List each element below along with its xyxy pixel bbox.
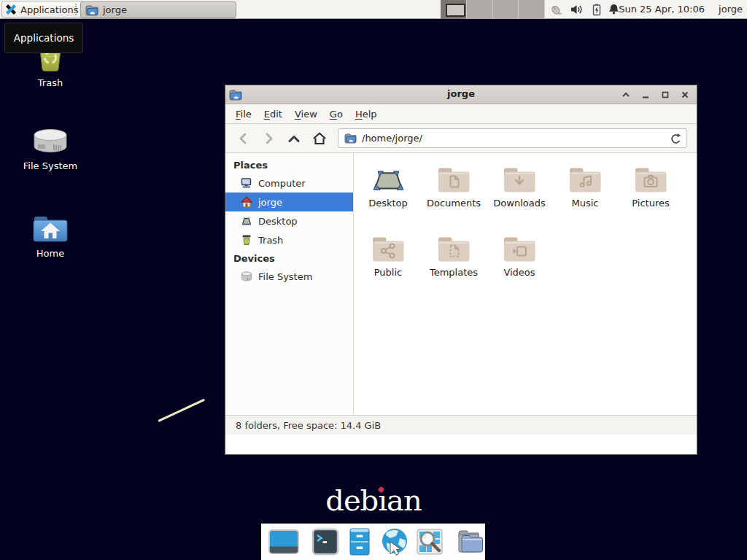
home-folder-icon — [31, 213, 69, 244]
menu-edit[interactable]: Edit — [264, 109, 282, 120]
workspace-3[interactable] — [493, 0, 519, 19]
file-label: Public — [374, 267, 402, 278]
sidebar-item-jorge[interactable]: jorge — [225, 192, 353, 211]
path-bar[interactable]: /home/jorge/ — [338, 128, 687, 148]
workspace-2[interactable] — [467, 0, 493, 19]
file-label: Videos — [503, 267, 535, 278]
forward-button[interactable] — [262, 131, 276, 146]
sidebar-item-label: jorge — [258, 197, 282, 208]
folder-public-icon — [371, 234, 406, 263]
path-value[interactable]: /home/jorge/ — [362, 133, 664, 144]
xfce-applications-icon — [5, 4, 17, 15]
computer-icon — [241, 177, 252, 189]
file-item-documents[interactable]: Documents — [421, 158, 487, 227]
desktop-icon-file-system[interactable]: File System — [17, 125, 84, 171]
folder-music-icon — [568, 165, 603, 194]
workspace-switcher — [441, 0, 545, 19]
up-button[interactable] — [287, 131, 301, 146]
sidebar-item-label: Desktop — [258, 216, 298, 227]
panel-clock[interactable]: Sun 25 Apr, 10:06 — [619, 4, 705, 15]
workspace-window-thumb — [446, 4, 465, 17]
menu-view[interactable]: View — [295, 109, 317, 120]
file-manager-window: jorge File Edit View Go Hel — [225, 85, 697, 455]
file-item-templates[interactable]: Templates — [421, 227, 487, 296]
battery-icon[interactable] — [591, 3, 603, 16]
applications-menu-label: Applications — [20, 4, 78, 15]
desktop-icon — [241, 215, 252, 227]
desktop-icon — [371, 165, 406, 194]
desktop-icon-label: Trash — [38, 77, 63, 88]
statusbar-text: 8 folders, Free space: 14.4 GiB — [236, 420, 381, 431]
volume-icon[interactable] — [570, 3, 583, 16]
folder-templates-icon — [436, 234, 471, 263]
home-button[interactable] — [311, 131, 328, 146]
file-label: Desktop — [368, 198, 408, 209]
tooltip-text: Applications — [14, 32, 74, 44]
file-label: Music — [572, 198, 599, 209]
file-label: Pictures — [632, 198, 669, 209]
desktop-icon-home[interactable]: Home — [17, 213, 84, 259]
menubar: File Edit View Go Help — [225, 104, 697, 124]
shade-button[interactable] — [622, 90, 630, 99]
minimize-button[interactable] — [641, 90, 650, 99]
file-item-desktop[interactable]: Desktop — [355, 158, 421, 227]
sidebar-item-desktop[interactable]: Desktop — [225, 211, 353, 230]
folder-icon — [85, 4, 98, 16]
maximize-button[interactable] — [661, 90, 670, 99]
desktop-icon-label: Home — [36, 248, 64, 259]
sidebar-item-label: Computer — [258, 178, 306, 189]
close-button[interactable] — [681, 90, 689, 99]
menu-file[interactable]: File — [236, 109, 252, 120]
hard-drive-icon — [241, 271, 252, 282]
file-item-public[interactable]: Public — [355, 227, 421, 296]
application-finder-icon[interactable] — [415, 527, 444, 556]
file-item-music[interactable]: Music — [552, 158, 618, 227]
places-header: Places — [225, 156, 353, 174]
debian-logo: debıan — [0, 483, 747, 517]
file-label: Templates — [430, 267, 478, 278]
statusbar: 8 folders, Free space: 14.4 GiB — [225, 415, 697, 435]
applications-menu-button[interactable]: Applications — [1, 1, 85, 18]
terminal-icon[interactable] — [311, 527, 340, 556]
folder-pictures-icon — [633, 165, 668, 194]
directory-menu-folder-icon[interactable] — [454, 527, 485, 556]
back-button[interactable] — [236, 131, 250, 146]
file-item-downloads[interactable]: Downloads — [487, 158, 552, 227]
stray-cursor-line — [158, 399, 205, 422]
file-item-videos[interactable]: Videos — [487, 227, 552, 296]
reload-icon[interactable] — [669, 133, 681, 144]
top-panel: Applications jorge — [0, 0, 747, 19]
workspace-1[interactable] — [441, 0, 467, 19]
web-browser-globe-icon[interactable] — [379, 526, 410, 557]
panel-username[interactable]: jorge — [719, 4, 743, 15]
menu-help[interactable]: Help — [355, 109, 377, 120]
logo-text: an — [387, 483, 422, 517]
file-item-pictures[interactable]: Pictures — [618, 158, 684, 227]
workspace-4[interactable] — [519, 0, 545, 19]
menu-go[interactable]: Go — [330, 109, 343, 120]
sidebar-item-label: File System — [258, 271, 312, 282]
dock — [261, 524, 485, 560]
sidebar-item-trash[interactable]: Trash — [225, 230, 353, 249]
file-label: Downloads — [493, 198, 545, 209]
desktop-icon-label: File System — [23, 160, 77, 171]
file-view: Desktop Documents — [355, 153, 697, 435]
sidebar-item-file-system[interactable]: File System — [225, 267, 353, 286]
sidebar-item-computer[interactable]: Computer — [225, 174, 353, 192]
toolbar: /home/jorge/ — [225, 124, 697, 153]
folder-documents-icon — [436, 165, 471, 194]
taskbar-window-button[interactable]: jorge — [80, 1, 236, 18]
mouse-settings-icon[interactable] — [549, 3, 563, 16]
folder-downloads-icon — [502, 165, 537, 194]
hard-drive-icon — [32, 125, 69, 156]
sidebar-item-label: Trash — [258, 235, 283, 246]
applications-tooltip: Applications — [4, 23, 83, 53]
sidebar: Places Computer jorge — [225, 153, 354, 435]
show-desktop-icon[interactable] — [267, 527, 301, 556]
taskbar-window-label: jorge — [103, 4, 127, 15]
panel-handle[interactable] — [75, 4, 80, 15]
file-cabinet-icon[interactable] — [345, 527, 374, 556]
home-icon — [241, 196, 252, 208]
devices-header: Devices — [225, 249, 353, 267]
window-titlebar[interactable]: jorge — [225, 85, 697, 104]
